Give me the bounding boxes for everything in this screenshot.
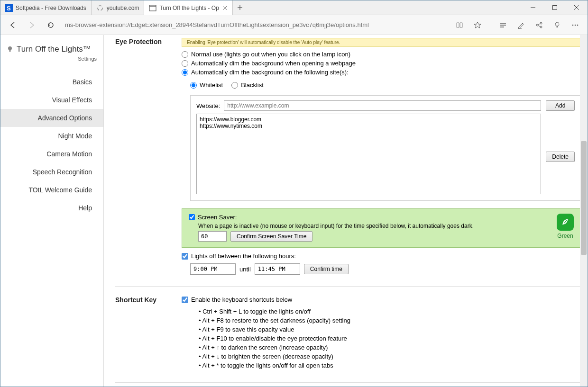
settings-sidebar: Turn Off the Lights™ Settings Basics Vis… (0, 35, 104, 387)
radio-label: Automatically dim the background when op… (191, 60, 356, 67)
browser-toolbar: ms-browser-extension://EdgeExtension_289… (0, 15, 588, 35)
svg-point-18 (540, 22, 542, 24)
tab-youtube[interactable]: youtube.com (92, 0, 145, 15)
green-badge: Green (557, 214, 574, 239)
website-input-label: Website: (196, 102, 220, 109)
website-panel: Website: https://www.blogger.com https:/… (190, 95, 581, 201)
time-from-input[interactable] (190, 263, 236, 275)
minimize-button[interactable] (522, 0, 544, 15)
window-titlebar: S Softpedia - Free Downloads youtube.com… (0, 0, 588, 15)
scrollbar-thumb[interactable] (581, 141, 587, 255)
section-divider (115, 382, 581, 383)
lamp-extension-icon[interactable] (549, 18, 566, 33)
shortcuts-list: Ctrl + Shift + L to toggle the lights on… (199, 308, 581, 369)
screensaver-title: Screen Saver: (198, 214, 237, 221)
close-tab-icon[interactable] (222, 5, 228, 11)
radio-label: Whitelist (200, 81, 223, 89)
radio-blacklist[interactable]: Blacklist (231, 81, 264, 89)
svg-point-25 (575, 24, 576, 26)
enable-shortcuts-row[interactable]: Enable the keyboard shortcuts below (182, 296, 581, 303)
website-input[interactable] (224, 100, 541, 111)
enable-shortcuts-checkbox[interactable] (182, 297, 188, 303)
hours-checkbox-row[interactable]: Lights off between the following hours: (182, 252, 581, 260)
screensaver-panel: Screen Saver: When a page is inactive (n… (182, 208, 581, 248)
shortcut-item: Alt + F10 to enable/disable the eye prot… (199, 335, 581, 342)
favorite-icon[interactable] (469, 18, 486, 33)
new-tab-button[interactable] (233, 0, 247, 15)
lamp-logo-icon (6, 45, 14, 53)
add-site-button[interactable]: Add (546, 100, 575, 111)
close-window-button[interactable] (566, 0, 588, 15)
reading-view-icon[interactable] (451, 18, 468, 33)
main-panel: Eye Protection Enabling 'Eye protection'… (104, 35, 588, 387)
enable-shortcuts-label: Enable the keyboard shortcuts below (191, 296, 292, 303)
tab-softpedia[interactable]: S Softpedia - Free Downloads (0, 0, 92, 15)
shortcut-item: Alt + F8 to restore to the set darkness … (199, 317, 581, 324)
info-banner: Enabling 'Eye protection' will automatic… (182, 38, 581, 47)
refresh-button[interactable] (42, 18, 59, 33)
nav-visual-effects[interactable]: Visual Effects (0, 91, 103, 109)
radio-label: Automatically dim the background on the … (191, 69, 349, 76)
nav-speech-recognition[interactable]: Speech Recognition (0, 163, 103, 181)
nav-night-mode[interactable]: Night Mode (0, 127, 103, 145)
browser-tabs: S Softpedia - Free Downloads youtube.com… (0, 0, 233, 15)
svg-rect-28 (9, 50, 11, 52)
svg-point-2 (98, 6, 102, 10)
nav-basics[interactable]: Basics (0, 73, 103, 91)
sites-listbox[interactable]: https://www.blogger.com https://www.nyti… (196, 114, 541, 194)
svg-rect-23 (557, 26, 558, 27)
svg-rect-3 (149, 5, 156, 11)
hours-label: Lights off between the following hours: (191, 252, 296, 260)
svg-point-22 (555, 22, 559, 26)
nav-camera-motion[interactable]: Camera Motion (0, 145, 103, 163)
softpedia-favicon: S (5, 4, 13, 12)
svg-text:S: S (7, 5, 11, 12)
screensaver-seconds-input[interactable] (198, 231, 227, 242)
radio-normal-use[interactable]: Normal use (lights go out when you click… (182, 51, 581, 58)
svg-point-26 (577, 24, 579, 26)
section-shortcut-key: Shortcut Key Enable the keyboard shortcu… (115, 287, 581, 371)
green-badge-label: Green (557, 233, 573, 239)
maximize-button[interactable] (544, 0, 566, 15)
nav-help[interactable]: Help (0, 199, 103, 217)
page-content: Turn Off the Lights™ Settings Basics Vis… (0, 35, 588, 387)
time-to-input[interactable] (255, 263, 300, 275)
address-bar[interactable]: ms-browser-extension://EdgeExtension_289… (65, 21, 445, 28)
svg-point-27 (8, 46, 12, 50)
radio-label: Normal use (lights go out when you click… (191, 51, 350, 58)
forward-button[interactable] (23, 18, 40, 33)
svg-rect-10 (553, 6, 557, 10)
radio-auto-open[interactable]: Automatically dim the background when op… (182, 60, 581, 67)
radio-whitelist[interactable]: Whitelist (190, 81, 223, 89)
confirm-screensaver-button[interactable]: Confirm Screen Saver Time (230, 231, 312, 242)
svg-point-24 (572, 24, 574, 26)
svg-point-19 (540, 26, 542, 28)
window-controls (522, 0, 588, 15)
delete-site-button[interactable]: Delete (546, 152, 575, 162)
screensaver-checkbox[interactable] (189, 214, 195, 220)
hours-checkbox[interactable] (182, 253, 188, 260)
notes-icon[interactable] (513, 18, 530, 33)
brand-subtitle: Settings (0, 56, 103, 73)
hub-icon[interactable] (495, 18, 512, 33)
shortcut-item: Alt + ↓ to brighten the screen (decrease… (199, 353, 581, 360)
tab-label: Turn Off the Lights - Op (159, 5, 219, 11)
nav-welcome-guide[interactable]: TOtL Welcome Guide (0, 181, 103, 199)
window-favicon (149, 4, 156, 12)
back-button[interactable] (4, 18, 21, 33)
loading-favicon (96, 4, 104, 12)
nav-advanced-options[interactable]: Advanced Options (0, 109, 103, 127)
brand-header: Turn Off the Lights™ (0, 45, 103, 56)
tab-label: youtube.com (107, 5, 139, 11)
more-icon[interactable] (567, 18, 584, 33)
section-heading: Shortcut Key (115, 296, 182, 371)
tab-totl-options[interactable]: Turn Off the Lights - Op (144, 0, 232, 15)
shortcut-item: Alt + ↑ to darken the screen (increase o… (199, 344, 581, 351)
share-icon[interactable] (531, 18, 548, 33)
confirm-time-button[interactable]: Confirm time (304, 264, 349, 274)
radio-auto-sites[interactable]: Automatically dim the background on the … (182, 69, 581, 76)
until-label: until (239, 266, 251, 273)
content-scrollbar[interactable] (580, 35, 588, 387)
leaf-icon (557, 214, 574, 231)
brand-title: Turn Off the Lights™ (17, 45, 91, 54)
